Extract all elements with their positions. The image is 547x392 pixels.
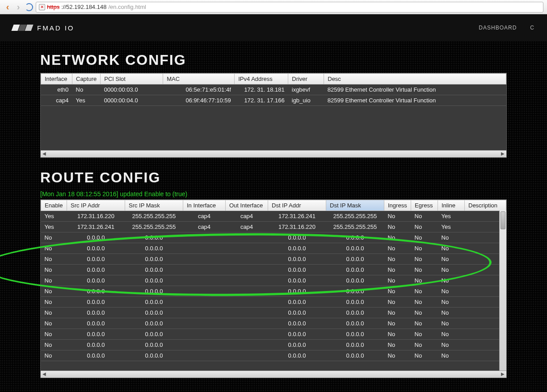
cell-smask[interactable]: 0.0.0.0 xyxy=(125,243,183,254)
table-row[interactable]: Yes172.31.16.220255.255.255.255cap4cap41… xyxy=(41,211,506,222)
cell-outif[interactable] xyxy=(226,275,268,286)
cell-outif[interactable]: cap4 xyxy=(226,211,268,222)
table-row[interactable]: No0.0.0.00.0.0.00.0.0.00.0.0.0NoNoNo xyxy=(41,318,506,329)
cell-smask[interactable]: 0.0.0.0 xyxy=(125,254,183,265)
cell-dmask[interactable]: 0.0.0.0 xyxy=(326,329,384,340)
brand[interactable]: FMAD IO xyxy=(13,24,75,32)
cell-ing[interactable]: No xyxy=(384,340,411,350)
table-row[interactable]: No0.0.0.00.0.0.00.0.0.00.0.0.0NoNoNo xyxy=(41,297,506,308)
cell-ing[interactable]: No xyxy=(384,211,411,222)
cell-inif[interactable]: cap4 xyxy=(183,222,226,232)
cell-ing[interactable]: No xyxy=(384,308,411,318)
cell-inif[interactable]: cap4 xyxy=(183,211,226,222)
network-col-mac[interactable]: MAC xyxy=(163,74,235,84)
cell-eg[interactable]: No xyxy=(411,265,438,275)
cell-src[interactable]: 0.0.0.0 xyxy=(67,340,125,350)
cell-ing[interactable]: No xyxy=(384,275,411,286)
cell-inif[interactable] xyxy=(183,265,226,275)
cell-eg[interactable]: No xyxy=(411,318,438,329)
cell-src[interactable]: 172.31.16.220 xyxy=(67,211,125,222)
cell-ing[interactable]: No xyxy=(384,286,411,297)
cell-src[interactable]: 0.0.0.0 xyxy=(67,265,125,275)
cell-ing[interactable]: No xyxy=(384,222,411,232)
cell-inif[interactable] xyxy=(183,297,226,308)
cell-dst[interactable]: 0.0.0.0 xyxy=(268,297,326,308)
cell-outif[interactable] xyxy=(226,329,268,340)
route-col-src-ip-mask[interactable]: Src IP Mask xyxy=(125,200,183,211)
cell-inif[interactable] xyxy=(183,286,226,297)
cell-dst[interactable]: 0.0.0.0 xyxy=(268,232,326,243)
cell-inif[interactable] xyxy=(183,329,226,340)
cell-enable[interactable]: No xyxy=(41,350,67,361)
cell-ing[interactable]: No xyxy=(384,297,411,308)
table-row[interactable]: cap4Yes0000:00:04.006:9f:46:77:10:59172.… xyxy=(41,95,506,106)
cell-smask[interactable]: 0.0.0.0 xyxy=(125,286,183,297)
cell-ing[interactable]: No xyxy=(384,265,411,275)
url-bar[interactable]: ✕ https ://52.192.184.148 /en.config.htm… xyxy=(36,2,543,13)
cell-eg[interactable]: No xyxy=(411,286,438,297)
cell-dst[interactable]: 0.0.0.0 xyxy=(268,329,326,340)
cell-dmask[interactable]: 0.0.0.0 xyxy=(326,308,384,318)
cell-src[interactable]: 0.0.0.0 xyxy=(67,254,125,265)
cell-inif[interactable] xyxy=(183,340,226,350)
table-row[interactable]: No0.0.0.00.0.0.00.0.0.00.0.0.0NoNoNo xyxy=(41,286,506,297)
cell-outif[interactable] xyxy=(226,318,268,329)
cell-inif[interactable] xyxy=(183,275,226,286)
cell-smask[interactable]: 255.255.255.255 xyxy=(125,211,183,222)
cell-ing[interactable]: No xyxy=(384,318,411,329)
network-col-ipv4-address[interactable]: IPv4 Address xyxy=(235,74,288,84)
cell-dst[interactable]: 0.0.0.0 xyxy=(268,340,326,350)
reload-button[interactable] xyxy=(25,3,33,11)
cell-dst[interactable]: 0.0.0.0 xyxy=(268,318,326,329)
route-horizontal-scrollbar[interactable]: ◀ ▶ xyxy=(41,371,506,378)
table-row[interactable]: No0.0.0.00.0.0.00.0.0.00.0.0.0NoNoNo xyxy=(41,329,506,340)
cell-dst[interactable]: 172.31.26.241 xyxy=(268,211,326,222)
cell-src[interactable]: 0.0.0.0 xyxy=(67,308,125,318)
cell-enable[interactable]: No xyxy=(41,286,67,297)
nav-more[interactable]: C xyxy=(530,25,534,31)
cell-eg[interactable]: No xyxy=(411,297,438,308)
cell-eg[interactable]: No xyxy=(411,308,438,318)
cell-ing[interactable]: No xyxy=(384,243,411,254)
back-button[interactable]: ‹ xyxy=(4,3,12,11)
cell-src[interactable]: 172.31.26.241 xyxy=(67,222,125,232)
cell-smask[interactable]: 0.0.0.0 xyxy=(125,329,183,340)
route-col-in-interface[interactable]: In Interface xyxy=(183,200,226,211)
cell-dmask[interactable]: 0.0.0.0 xyxy=(326,254,384,265)
cell-smask[interactable]: 0.0.0.0 xyxy=(125,308,183,318)
cell-inl[interactable]: No xyxy=(438,275,465,286)
cell-inif[interactable] xyxy=(183,308,226,318)
cell-inl[interactable]: No xyxy=(438,340,465,350)
route-col-src-ip-addr[interactable]: Src IP Addr xyxy=(67,200,125,211)
cell-eg[interactable]: No xyxy=(411,243,438,254)
cell-enable[interactable]: No xyxy=(41,297,67,308)
table-row[interactable]: No0.0.0.00.0.0.00.0.0.00.0.0.0NoNoNo xyxy=(41,243,506,254)
cell-smask[interactable]: 255.255.255.255 xyxy=(125,222,183,232)
cell-dmask[interactable]: 0.0.0.0 xyxy=(326,286,384,297)
nav-dashboard[interactable]: DASHBOARD xyxy=(479,25,517,31)
cell-inl[interactable]: No xyxy=(438,265,465,275)
table-row[interactable]: eth0No0000:00:03.006:5e:71:e5:01:4f172. … xyxy=(41,84,506,95)
cell-dmask[interactable]: 0.0.0.0 xyxy=(326,340,384,350)
cell-dmask[interactable]: 0.0.0.0 xyxy=(326,232,384,243)
cell-dst[interactable]: 0.0.0.0 xyxy=(268,265,326,275)
cell-dmask[interactable]: 0.0.0.0 xyxy=(326,297,384,308)
cell-dst[interactable]: 0.0.0.0 xyxy=(268,308,326,318)
route-col-out-interface[interactable]: Out Interface xyxy=(226,200,268,211)
cell-ing[interactable]: No xyxy=(384,254,411,265)
cell-src[interactable]: 0.0.0.0 xyxy=(67,350,125,361)
table-row[interactable]: No0.0.0.00.0.0.00.0.0.00.0.0.0NoNoNo xyxy=(41,265,506,275)
cell-dst[interactable]: 0.0.0.0 xyxy=(268,350,326,361)
cell-inl[interactable]: No xyxy=(438,297,465,308)
cell-ing[interactable]: No xyxy=(384,329,411,340)
network-col-desc[interactable]: Desc xyxy=(324,74,506,84)
cell-eg[interactable]: No xyxy=(411,340,438,350)
cell-enable[interactable]: No xyxy=(41,308,67,318)
cell-dmask[interactable]: 0.0.0.0 xyxy=(326,350,384,361)
cell-outif[interactable]: cap4 xyxy=(226,222,268,232)
cell-inif[interactable] xyxy=(183,232,226,243)
cell-enable[interactable]: No xyxy=(41,329,67,340)
cell-enable[interactable]: No xyxy=(41,254,67,265)
network-col-pci-slot[interactable]: PCI Slot xyxy=(101,74,163,84)
cell-outif[interactable] xyxy=(226,308,268,318)
